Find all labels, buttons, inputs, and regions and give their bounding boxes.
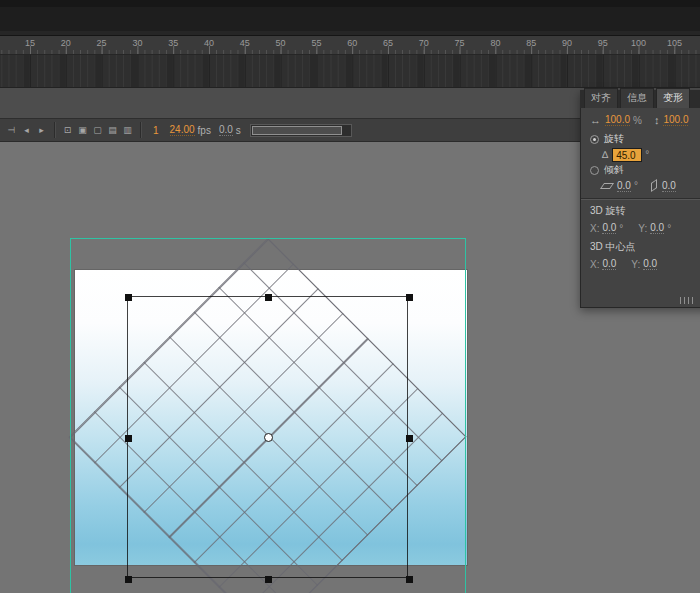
center3d-y-value[interactable]: 0.0 bbox=[643, 258, 657, 270]
rotate-radio[interactable] bbox=[590, 135, 599, 144]
transform-handle[interactable] bbox=[125, 576, 132, 583]
ruler-number: 30 bbox=[132, 38, 142, 48]
transform-handle[interactable] bbox=[125, 435, 132, 442]
ruler-number: 65 bbox=[383, 38, 393, 48]
panel-resize-grip[interactable] bbox=[680, 297, 693, 304]
ruler-number: 90 bbox=[562, 38, 572, 48]
rotate3d-x-value[interactable]: 0.0 bbox=[602, 222, 616, 234]
elapsed-time-value: 0.0 bbox=[219, 124, 233, 136]
transform-handle[interactable] bbox=[406, 294, 413, 301]
transform-handle[interactable] bbox=[265, 576, 272, 583]
ruler-number: 95 bbox=[598, 38, 608, 48]
skew-v-value[interactable]: 0.0 bbox=[662, 180, 676, 192]
transform-center-point[interactable] bbox=[264, 433, 273, 442]
ruler-number: 75 bbox=[455, 38, 465, 48]
modify-onion-markers-icon[interactable]: ▥ bbox=[121, 123, 134, 138]
edit-multiple-frames-icon[interactable]: ▤ bbox=[106, 123, 119, 138]
rotate3d-x-unit: ° bbox=[619, 223, 623, 234]
skew-h-value[interactable]: 0.0 bbox=[617, 180, 631, 192]
transform-panel: 对齐 信息 变形 ↔ 100.0 % ↕ 100.0 旋转 ∆ 45.0 ° bbox=[580, 90, 700, 308]
rotate3d-y-unit: ° bbox=[667, 223, 671, 234]
transform-handle[interactable] bbox=[125, 294, 132, 301]
onion-skin-icon[interactable]: ▣ bbox=[76, 123, 89, 138]
timeline-scrollbar-thumb[interactable] bbox=[252, 126, 342, 135]
scale-vertical-icon: ↕ bbox=[654, 114, 660, 126]
rotate3d-y-label: Y: bbox=[638, 223, 647, 234]
toolbar-separator bbox=[140, 122, 141, 138]
ruler-number: 25 bbox=[97, 38, 107, 48]
onion-skin-outline-icon[interactable]: ▢ bbox=[91, 123, 104, 138]
rotate3d-y-value[interactable]: 0.0 bbox=[650, 222, 664, 234]
prev-frame-icon[interactable]: ◂ bbox=[20, 123, 33, 138]
ruler-number: 105 bbox=[667, 38, 682, 48]
scale-width-value[interactable]: 100.0 bbox=[605, 114, 630, 126]
ruler-number: 15 bbox=[25, 38, 35, 48]
rotate3d-x-label: X: bbox=[590, 223, 599, 234]
timeline-frames[interactable] bbox=[0, 55, 700, 88]
scale-height-value[interactable]: 100.0 bbox=[663, 114, 688, 126]
ruler-number: 45 bbox=[240, 38, 250, 48]
current-frame-indicator[interactable]: 1 bbox=[153, 125, 159, 136]
ruler-number: 20 bbox=[61, 38, 71, 48]
center3d-x-label: X: bbox=[590, 259, 599, 270]
ruler-number: 70 bbox=[419, 38, 429, 48]
panel-tab-bar: 对齐 信息 变形 bbox=[580, 90, 700, 108]
ruler-number: 35 bbox=[168, 38, 178, 48]
center3d-label: 3D 中心点 bbox=[590, 240, 636, 254]
toolbar-icon-group-0: ⊣◂▸ bbox=[4, 123, 49, 138]
ruler-number: 85 bbox=[526, 38, 536, 48]
skew-vertical-icon bbox=[651, 179, 657, 192]
ruler-number: 50 bbox=[276, 38, 286, 48]
tab-info[interactable]: 信息 bbox=[620, 88, 654, 108]
frame-rate-unit: fps bbox=[198, 125, 211, 136]
skew-radio[interactable] bbox=[590, 166, 599, 175]
timeline-scrollbar[interactable] bbox=[250, 124, 352, 137]
transform-handle[interactable] bbox=[265, 294, 272, 301]
transform-box[interactable] bbox=[127, 296, 408, 578]
center-frame-icon[interactable]: ⊡ bbox=[61, 123, 74, 138]
ruler-number: 100 bbox=[631, 38, 646, 48]
ruler-number: 40 bbox=[204, 38, 214, 48]
scale-horizontal-icon: ↔ bbox=[590, 114, 601, 126]
tab-transform[interactable]: 变形 bbox=[656, 88, 690, 108]
toolbar-separator bbox=[54, 122, 55, 138]
transform-handle[interactable] bbox=[406, 435, 413, 442]
flash-window: 1520253035404550556065707580859095100105… bbox=[0, 0, 700, 593]
next-frame-icon[interactable]: ▸ bbox=[35, 123, 48, 138]
rotate-label: 旋转 bbox=[604, 132, 624, 146]
rotate-unit: ° bbox=[645, 149, 649, 160]
timeline-menu-icon[interactable]: ⊣ bbox=[5, 123, 18, 138]
ruler-number: 55 bbox=[311, 38, 321, 48]
ruler-number: 80 bbox=[490, 38, 500, 48]
transform-handle[interactable] bbox=[406, 576, 413, 583]
rotate-angle-icon: ∆ bbox=[602, 149, 608, 160]
elapsed-time-unit: s bbox=[236, 125, 241, 136]
scale-width-unit: % bbox=[633, 115, 642, 126]
skew-horizontal-icon bbox=[600, 183, 614, 189]
timeline-ruler[interactable]: 1520253035404550556065707580859095100105 bbox=[0, 36, 700, 55]
transform-panel-body: ↔ 100.0 % ↕ 100.0 旋转 ∆ 45.0 ° 倾斜 bbox=[580, 108, 700, 308]
center3d-y-label: Y: bbox=[631, 259, 640, 270]
frame-rate-value[interactable]: 24.00 bbox=[170, 124, 195, 136]
ruler-number: 60 bbox=[347, 38, 357, 48]
skew-label: 倾斜 bbox=[604, 163, 624, 177]
toolbar-icon-group-1: ⊡▣▢▤▥ bbox=[60, 123, 135, 138]
rotate3d-label: 3D 旋转 bbox=[590, 204, 626, 218]
top-bar bbox=[0, 0, 700, 36]
skew-h-unit: ° bbox=[634, 180, 638, 191]
rotate-value-input[interactable]: 45.0 bbox=[612, 148, 642, 162]
panel-divider bbox=[581, 198, 700, 200]
tab-align[interactable]: 对齐 bbox=[584, 88, 618, 108]
center3d-x-value[interactable]: 0.0 bbox=[602, 258, 616, 270]
